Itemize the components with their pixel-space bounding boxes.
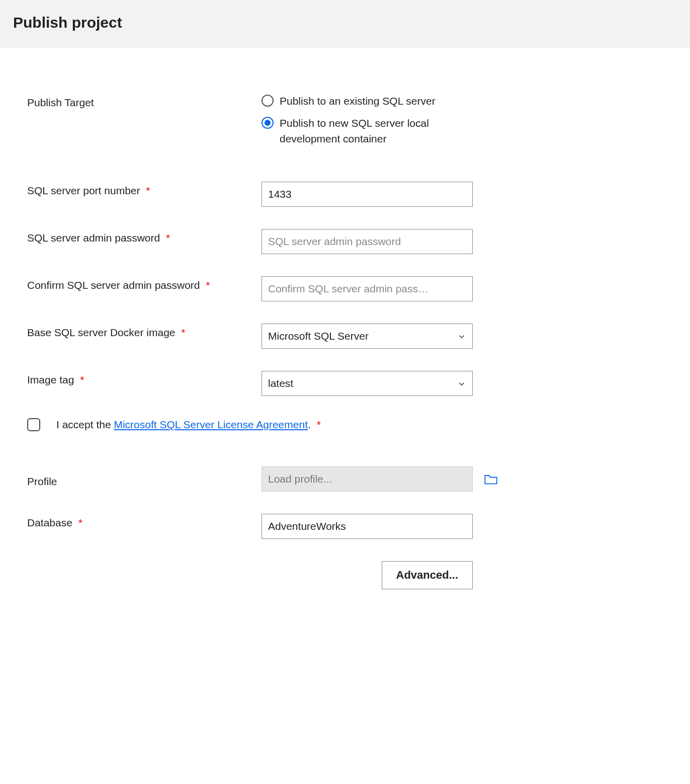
row-admin-password: SQL server admin password * — [27, 229, 663, 254]
image-tag-select[interactable]: latest — [262, 371, 473, 396]
docker-image-value: Microsoft SQL Server — [268, 330, 369, 342]
row-database: Database * — [27, 514, 663, 539]
label-image-tag-text: Image tag — [27, 374, 74, 385]
label-admin-password-text: SQL server admin password — [27, 232, 160, 244]
row-confirm-password: Confirm SQL server admin password * — [27, 276, 663, 301]
row-advanced: Advanced... — [27, 561, 663, 589]
dialog-content: Publish Target Publish to an existing SQ… — [0, 48, 690, 609]
label-image-tag: Image tag * — [27, 371, 262, 386]
radio-icon — [262, 95, 274, 107]
image-tag-value: latest — [268, 377, 293, 389]
label-confirm-password-text: Confirm SQL server admin password — [27, 279, 200, 291]
label-docker-image-text: Base SQL server Docker image — [27, 327, 176, 338]
label-docker-image: Base SQL server Docker image * — [27, 324, 262, 339]
label-profile: Profile — [27, 471, 262, 488]
label-confirm-password: Confirm SQL server admin password * — [27, 276, 262, 291]
required-mark: * — [181, 327, 185, 338]
required-mark: * — [146, 185, 150, 196]
folder-icon[interactable] — [484, 473, 498, 485]
port-input[interactable] — [262, 182, 473, 207]
row-port: SQL server port number * — [27, 182, 663, 207]
license-prefix: I accept the — [56, 419, 114, 430]
docker-image-select[interactable]: Microsoft SQL Server — [262, 324, 473, 349]
label-admin-password: SQL server admin password * — [27, 229, 262, 244]
profile-input[interactable]: Load profile... — [262, 466, 473, 492]
profile-placeholder: Load profile... — [268, 473, 332, 485]
required-mark: * — [78, 517, 82, 528]
confirm-password-input[interactable] — [262, 276, 473, 301]
database-input[interactable] — [262, 514, 473, 539]
label-port-text: SQL server port number — [27, 185, 140, 196]
row-profile: Profile Load profile... — [27, 466, 663, 492]
license-suffix: . — [308, 419, 311, 430]
label-database-text: Database — [27, 517, 72, 528]
chevron-down-icon — [457, 379, 466, 388]
dialog-header: Publish project — [0, 0, 690, 48]
dialog-title: Publish project — [13, 14, 677, 31]
required-mark: * — [166, 232, 170, 244]
row-docker-image: Base SQL server Docker image * Microsoft… — [27, 324, 663, 349]
admin-password-input[interactable] — [262, 229, 473, 254]
publish-target-options: Publish to an existing SQL server Publis… — [262, 94, 473, 146]
row-image-tag: Image tag * latest — [27, 371, 663, 396]
radio-group-publish-target: Publish to an existing SQL server Publis… — [262, 94, 473, 146]
radio-new-container[interactable]: Publish to new SQL server local developm… — [262, 116, 473, 146]
license-link[interactable]: Microsoft SQL Server License Agreement — [114, 419, 308, 430]
required-mark: * — [80, 374, 84, 385]
label-publish-target: Publish Target — [27, 94, 262, 109]
license-label: I accept the Microsoft SQL Server Licens… — [56, 419, 321, 431]
radio-existing-server[interactable]: Publish to an existing SQL server — [262, 94, 473, 109]
radio-icon — [262, 117, 274, 129]
label-port: SQL server port number * — [27, 182, 262, 197]
required-mark: * — [206, 279, 210, 291]
license-checkbox[interactable] — [27, 418, 40, 431]
label-database: Database * — [27, 514, 262, 529]
row-publish-target: Publish Target Publish to an existing SQ… — [27, 94, 663, 146]
advanced-button[interactable]: Advanced... — [382, 561, 473, 589]
chevron-down-icon — [457, 332, 466, 341]
license-row: I accept the Microsoft SQL Server Licens… — [27, 418, 663, 431]
required-mark: * — [317, 419, 321, 430]
radio-existing-label: Publish to an existing SQL server — [280, 94, 436, 109]
radio-new-container-label: Publish to new SQL server local developm… — [280, 116, 473, 146]
